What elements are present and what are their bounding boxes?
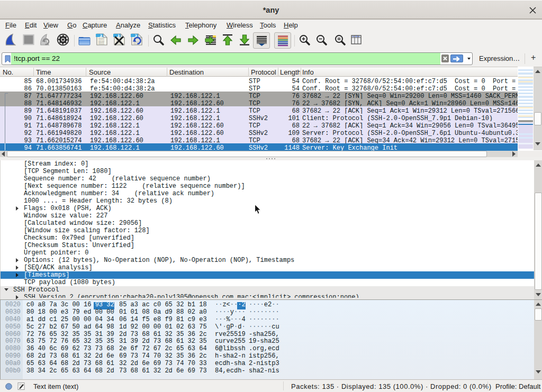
svg-text:0111: 0111 [98,42,104,45]
